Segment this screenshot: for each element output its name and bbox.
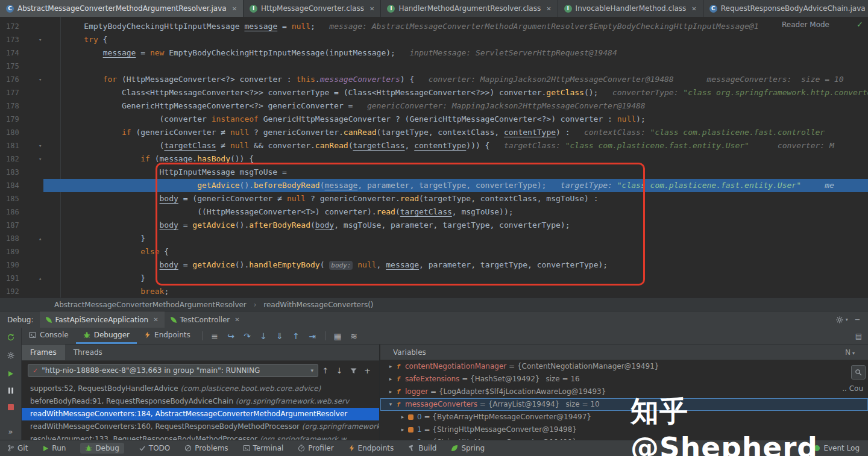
statusbar-run[interactable]: Run: [42, 444, 66, 452]
more-options-icon[interactable]: ≋: [346, 328, 362, 344]
filter-icon[interactable]: [347, 364, 360, 377]
code-line[interactable]: 191▴ }: [0, 272, 868, 285]
frame-row[interactable]: readWithMessageConverters:160, RequestRe…: [22, 420, 379, 433]
fold-icon[interactable]: ▴: [39, 272, 42, 285]
code-line[interactable]: 173▾ try {: [0, 33, 868, 46]
breadcrumb-class[interactable]: AbstractMessageConverterMethodArgumentRe…: [54, 301, 247, 309]
tab-close-icon[interactable]: ✕: [234, 316, 239, 323]
resume-icon[interactable]: [0, 366, 21, 381]
statusbar-profiler[interactable]: Profiler: [298, 444, 333, 452]
editor-tab[interactable]: IHttpMessageConverter.class✕: [244, 0, 381, 17]
code-line[interactable]: 185 body = (genericConverter ≠ null ? ge…: [0, 192, 868, 205]
line-number[interactable]: 192: [6, 285, 33, 298]
settings-icon[interactable]: [0, 348, 21, 363]
layout-settings-icon[interactable]: ≡: [207, 328, 223, 344]
restore-layout-icon[interactable]: ▤: [855, 332, 862, 340]
code-line[interactable]: 177 Class<HttpMessageConverter<?>> conve…: [0, 86, 868, 99]
code-line[interactable]: 180 if (genericConverter ≠ null ? generi…: [0, 126, 868, 139]
gear-icon[interactable]: [836, 316, 843, 323]
line-number[interactable]: 174: [6, 46, 33, 60]
code-line[interactable]: 182▾ if (message.hasBody()) {: [0, 152, 868, 166]
reader-mode-label[interactable]: Reader Mode: [782, 20, 829, 29]
statusbar-endpoints[interactable]: Endpoints: [348, 444, 394, 452]
line-number[interactable]: 187: [6, 219, 33, 232]
line-number[interactable]: 189: [6, 245, 33, 258]
debug-session-tab[interactable]: TestController✕: [165, 311, 246, 328]
line-number[interactable]: 185: [6, 192, 33, 205]
rerun-icon[interactable]: [0, 330, 21, 345]
more-icon[interactable]: »: [0, 424, 21, 439]
chevron-down-icon[interactable]: ▾: [386, 398, 395, 411]
fold-icon[interactable]: ▾: [39, 73, 42, 86]
code-line[interactable]: 179 (converter instanceof GenericHttpMes…: [0, 113, 868, 126]
stop-icon[interactable]: [0, 400, 21, 414]
variable-row[interactable]: ▸fsafeExtensions = {HashSet@19492}size =…: [380, 373, 868, 386]
line-number[interactable]: 180: [6, 126, 33, 139]
panel-option-n[interactable]: N▾: [845, 345, 855, 361]
show-execution-point-icon[interactable]: ↪: [223, 328, 239, 344]
tab-endpoints[interactable]: Endpoints: [137, 328, 198, 344]
frame-add-icon[interactable]: +: [360, 364, 374, 377]
statusbar-debug[interactable]: Debug: [80, 443, 124, 454]
statusbar-problems[interactable]: Problems: [184, 444, 228, 452]
frame-up-icon[interactable]: ↑: [318, 364, 332, 377]
chevron-right-icon[interactable]: ▸: [386, 386, 395, 398]
force-step-into-icon[interactable]: ⇓: [272, 328, 288, 344]
code-line[interactable]: 192 break;: [0, 285, 868, 298]
search-icon[interactable]: [851, 365, 866, 379]
tab-close-icon[interactable]: ✕: [691, 5, 696, 12]
statusbar-todo[interactable]: TODO: [139, 444, 170, 452]
line-number[interactable]: 179: [6, 113, 33, 126]
tab-close-icon[interactable]: ✕: [232, 5, 237, 12]
fold-icon[interactable]: ▴: [39, 232, 42, 245]
frame-row[interactable]: supports:52, RequestBodyHandlerAdvice (c…: [22, 383, 379, 395]
line-number[interactable]: 178: [6, 99, 33, 113]
frame-row[interactable]: readWithMessageConverters:184, AbstractM…: [22, 408, 379, 420]
code-line[interactable]: 181▾ (targetClass ≠ null && converter.ca…: [0, 139, 868, 152]
step-into-icon[interactable]: ↓: [256, 328, 272, 344]
chevron-right-icon[interactable]: ▸: [386, 373, 395, 386]
chevron-down-icon[interactable]: ▾: [846, 317, 848, 322]
code-line[interactable]: 175: [0, 60, 868, 73]
line-number[interactable]: 183: [6, 166, 33, 179]
thread-selector[interactable]: ✓ "http-nio-18888-exec-8"@13,663 in grou…: [28, 364, 318, 377]
line-number[interactable]: 188: [6, 232, 33, 245]
tab-close-icon[interactable]: ✕: [153, 316, 158, 323]
line-number[interactable]: 176: [6, 73, 33, 86]
editor-tab[interactable]: CRequestResponseBodyAdviceChain.java✕: [703, 0, 868, 17]
tab-threads[interactable]: Threads: [65, 345, 111, 360]
debug-session-tab[interactable]: FastApiServiceApplication✕: [40, 311, 165, 328]
code-line[interactable]: 189 else {: [0, 245, 868, 258]
editor-tab[interactable]: IHandlerMethodArgumentResolver.class✕: [381, 0, 558, 17]
frame-down-icon[interactable]: ↓: [332, 364, 346, 377]
code-line[interactable]: 174 message = new EmptyBodyCheckingHttpI…: [0, 46, 868, 60]
pause-icon[interactable]: [0, 383, 21, 398]
hide-panel-icon[interactable]: ─: [855, 316, 860, 324]
frame-row[interactable]: resolveArgument:133, RequestResponseBody…: [22, 433, 379, 440]
line-number[interactable]: 186: [6, 205, 33, 219]
step-over-icon[interactable]: ↷: [239, 328, 256, 344]
breadcrumb-method[interactable]: readWithMessageConverters(): [263, 301, 373, 309]
chevron-right-icon[interactable]: ▸: [386, 360, 395, 373]
fold-icon[interactable]: ▾: [39, 152, 42, 166]
step-out-icon[interactable]: ↑: [288, 328, 304, 344]
inspections-status-icon[interactable]: ✓: [857, 20, 863, 29]
tab-close-icon[interactable]: ✕: [546, 5, 551, 12]
editor-tab[interactable]: CAbstractMessageConverterMethodArgumentR…: [0, 0, 244, 17]
code-line[interactable]: 178 GenericHttpMessageConverter<?> gener…: [0, 99, 868, 113]
tab-close-icon[interactable]: ✕: [370, 5, 374, 12]
line-number[interactable]: 184: [6, 179, 33, 192]
line-number[interactable]: 190: [6, 258, 33, 272]
line-number[interactable]: 191: [6, 272, 33, 285]
variable-row[interactable]: ▸fcontentNegotiationManager = {ContentNe…: [380, 360, 868, 373]
line-number[interactable]: 181: [6, 139, 33, 152]
tab-console[interactable]: Console: [22, 328, 76, 344]
statusbar-git[interactable]: Git: [7, 444, 28, 452]
line-number[interactable]: 177: [6, 86, 33, 99]
line-number[interactable]: 182: [6, 152, 33, 166]
line-number[interactable]: 173: [6, 33, 33, 46]
code-line[interactable]: 183 HttpInputMessage msgToUse =: [0, 166, 868, 179]
editor-tab[interactable]: IInvocableHandlerMethod.class✕: [558, 0, 703, 17]
code-line[interactable]: 172 EmptyBodyCheckingHttpInputMessage me…: [0, 20, 868, 33]
statusbar-build[interactable]: Build: [408, 444, 436, 452]
